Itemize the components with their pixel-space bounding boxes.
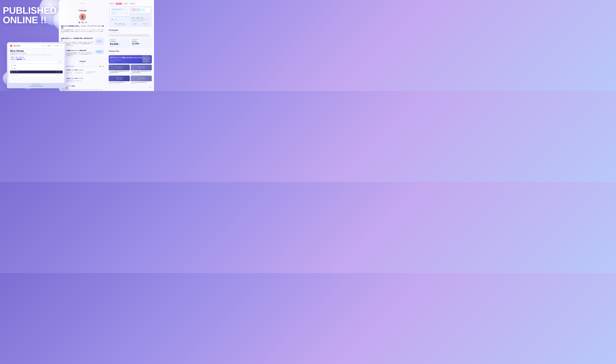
filter-tag-function[interactable]: 機能 [15, 57, 18, 58]
list-item-db[interactable]: データベース A様 5階 南エリア [10, 74, 63, 77]
svg-rect-3 [97, 42, 100, 42]
filter-tag-option[interactable]: ✓ オプション [16, 59, 22, 60]
step-badge-2[interactable]: STEP 02 [116, 3, 122, 5]
content-desc: 医療機器企業等の販売・保守サービス事業向けサービスマネジメント及びカスタマエクス… [10, 54, 63, 55]
step-screen-header [111, 8, 129, 11]
search-input-text[interactable]: Search [13, 62, 16, 63]
concept-icon-person: 👤 [79, 13, 86, 20]
webinar-card-2[interactable]: イベントタイトルあいうえおかさきくせ イベントタイトルあいうえおかさきくせイベン… [131, 65, 152, 75]
monitor-stand [32, 83, 41, 86]
step-badge-4[interactable]: STEP 04 [130, 3, 136, 5]
concept-block-3-text: Sales Cloud、Service Cloudを連携し、ITILのプラクティ… [61, 52, 93, 57]
search-bar[interactable]: Search 00000054 [10, 61, 63, 63]
pricing-title: Pricing plan [109, 29, 152, 31]
svg-rect-1 [97, 40, 100, 41]
search-icon [11, 62, 13, 63]
step-desc-text: 基本設計・詳細設計・開発 — システム基本設計・詳細設計書業務詳細設計・教育資料… [131, 17, 150, 21]
step-card-1 [132, 8, 136, 11]
list-label-84: 84病院 [13, 65, 61, 66]
concept-block-3-title: Salesforce基盤でITILのサービス管理を実現 [61, 50, 93, 52]
list-icon-3 [11, 71, 13, 73]
concept-icon-device1: 📱 [78, 21, 81, 24]
concept-icon-device2: 💻 [81, 21, 84, 24]
filter-tag-period[interactable]: 導入期間 [10, 57, 14, 58]
filter-tag-hardware[interactable]: ハードウェア [19, 57, 24, 58]
step-screens-grid: ⚙ 📊 基本設計・詳細設計・開発 — システム基本設計・詳細設計書業務詳細設計・… [110, 7, 150, 22]
nav-link-support[interactable]: サポート体制 [53, 45, 59, 46]
monitor-wrapper: Blue Sheep コンセプト 機能紹介 サポート体制 プラン Blue Sh… [7, 42, 66, 88]
step-bar-3 [132, 12, 146, 12]
concept-section: コンセプト Concept 👤 📱 💻 🖥 顧客を中心に構成情報を可視化し、セー… [61, 8, 104, 58]
qa-side-text: さしすせさしすせさしすせさしすせさしすせ [86, 71, 96, 75]
list-item-service[interactable]: サービス契約 B様 3階 西エリア [10, 71, 63, 73]
monitor-frame: Blue Sheep コンセプト 機能紹介 サポート体制 プラン Blue Sh… [7, 42, 66, 88]
analysis-progress-bar: Q1 Q3 💡 [61, 65, 104, 67]
analysis-label-jp: 分析 [61, 63, 104, 64]
webinar-thumb-4: イベントタイトルあいうえおかさきくせ [131, 76, 152, 81]
nav-link-features[interactable]: 機能紹介 [48, 45, 51, 46]
webinar-card-1-date: 📅 2021-03-18 [109, 73, 129, 74]
step-card-3 [141, 8, 145, 11]
qa-answer-area: あいうえおあいうえおあいうえおあいうえお かさくさかさくにかさかさくさかさくにか… [62, 71, 103, 75]
webinar-more-link[interactable]: 一覧へ [149, 87, 152, 88]
step-screen-2-wrapper [131, 7, 150, 16]
page-title: PUBLISHED ONLINE !! [3, 6, 56, 25]
pricing-amount-service: ¥4,000 /月 [110, 42, 128, 46]
pricing-plan-type-service: for Service [110, 41, 128, 42]
webinar-card-3[interactable]: DXプロジェクトが超えなければいけない3つの壁 イベントタイトルあいうえおかさき… [109, 76, 130, 85]
search-count: 00000054 [58, 62, 62, 63]
monitor-screen: Blue Sheep コンセプト 機能紹介 サポート体制 プラン Blue Sh… [8, 44, 64, 83]
qa-block-1: Q1 あなたの課題をこちらから選択してください。 あいうえおあいうえおあいうえお… [61, 68, 104, 76]
list-label-db: データベース [13, 75, 56, 76]
step-flow-1: 基本設計・詳細設計・開発— システム基本設計・詳細設計書 [113, 23, 126, 26]
webinar-card-4[interactable]: イベントタイトルあいうえおかさきくせ イベントタイトルあいうえおかさきくせ...… [131, 76, 152, 85]
nav-link-plan[interactable]: プラン [60, 45, 63, 46]
scroll-label: SCROLL [61, 3, 104, 4]
webinar-card-3-date: 📅 2021-03-18 17:00〜18:00 [109, 83, 129, 84]
concept-icon-device3: 🖥 [85, 21, 87, 24]
step-bar-1 [111, 9, 123, 9]
webinar-thumb-4-text: イベントタイトルあいうえおかさきくせ [137, 77, 146, 80]
webinar-card-1[interactable]: イベントタイトルあいうえおかさきくせ イベントタイトルあいうえおかさきくせイベン… [109, 65, 130, 75]
pricing-price-service: ¥4,000 [110, 42, 118, 46]
svg-rect-2 [97, 41, 100, 41]
step-desc-area: 基本設計・詳細設計・開発 — システム基本設計・詳細設計書業務詳細設計・教育資料… [131, 17, 150, 22]
list-area-sales: A様 1階 西エリア [56, 68, 62, 69]
step-icon-1: ⚙ [111, 18, 113, 21]
step-screen-1 [110, 7, 130, 16]
list-item-84[interactable]: 84病院 [10, 64, 63, 67]
step-badge-1[interactable]: STEP 01 [109, 3, 115, 5]
pricing-cards: 運営管理管理 for Service ¥4,000 /月 /1 user 運営管… [109, 38, 152, 48]
concept-block-1: 顧客を中心に構成情報を可視化し、セールス・サービスアクティビティを最適化 既存の… [61, 25, 104, 36]
pricing-price-sales: ¥1,000 [132, 42, 139, 45]
filter-tag-search[interactable]: 検索 [23, 59, 26, 60]
monitor-base [29, 86, 43, 87]
title-line-1: PUBLISHED [3, 6, 56, 15]
left-section: PUBLISHED ONLINE !! [3, 6, 56, 25]
webinar-card-2-date: 📅 2021-03-18 17:00〜18:00 [131, 73, 151, 74]
qa-question-1: Q1 あなたの課題をこちらから選択してください。 [62, 69, 103, 71]
pricing-subtitle: サービスの料金のプランです [109, 32, 152, 33]
step-flow-labels: 基本設計・詳細設計・開発— システム基本設計・詳細設計書 テスト移行要件定義 定… [110, 23, 150, 26]
step-flow-1-text: 基本設計・詳細設計・開発— システム基本設計・詳細設計書 [113, 23, 126, 26]
webinar-title: Webinar Info [109, 50, 152, 52]
analysis-title: Analysis [61, 60, 104, 63]
webinar-featured-card[interactable]: DXプロジェクトが超えなければいけない3つの壁 〜Governanceで乗り越え… [109, 55, 152, 64]
qa-option-1b[interactable]: かさくさかさくにかさかさくさかさくにか [74, 71, 85, 75]
list-label-sales: 営業先 [13, 68, 56, 69]
nav-link-concept[interactable]: コンセプト [41, 45, 46, 46]
webinar-card-4-title: イベントタイトルあいうえおかさきくせ... [131, 82, 151, 83]
recommendation-block: ☆ あなたにオススメの機能は... 構成管理機能 構成管理機能の説明あいうえおか… [61, 84, 104, 91]
content-main-title: Blue Sheep [10, 50, 63, 52]
pricing-plan-name-service: 運営管理管理 [110, 39, 128, 40]
qa-answer-2-area: あいうえおかさくにか あいうえおさかくにか [62, 80, 103, 82]
list-item-sales[interactable]: 営業先 A様 1階 西エリア [10, 67, 63, 70]
pricing-unit-sales: /月 [139, 43, 141, 45]
nav-logo-icon [10, 45, 12, 47]
step-badge-3[interactable]: STEP 03 [123, 3, 129, 5]
list-icon-2 [11, 68, 13, 70]
step-icon-2: 📊 [114, 18, 117, 21]
filter-tag-contract[interactable]: サービス契約 [10, 59, 16, 60]
title-line-2: ONLINE !! [3, 15, 56, 25]
progress-q3-label: Q3 [100, 66, 101, 67]
